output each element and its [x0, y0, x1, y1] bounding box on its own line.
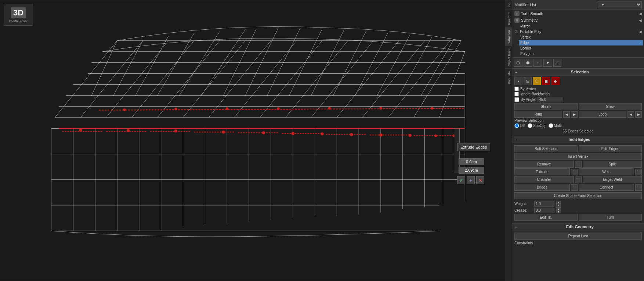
chamfer-settings[interactable]: ⬛: [575, 176, 582, 183]
crease-input[interactable]: [534, 208, 554, 213]
shrink-button[interactable]: Shrink: [514, 103, 578, 110]
toolbar-row: ⬡ ⬢ ↑ ▼ ⊕: [512, 57, 644, 68]
vtab-selection[interactable]: Selection: [505, 28, 512, 46]
vtab-ing[interactable]: ing: [505, 0, 512, 9]
mod-editable-poly[interactable]: ☑ Editable Poly ◀: [513, 29, 643, 34]
remove-button[interactable]: Remove: [514, 161, 574, 168]
add-button[interactable]: +: [467, 176, 475, 184]
mod-symmetry[interactable]: S Symmetry ◀: [513, 17, 643, 23]
repeat-last-button[interactable]: Repeat Last: [514, 233, 642, 240]
selection-toggle-icon: –: [515, 70, 517, 74]
svg-point-95: [226, 108, 228, 110]
turbosmooth-icon: T: [514, 11, 520, 16]
toolbar-btn-3[interactable]: ↑: [533, 59, 542, 67]
weight-input[interactable]: [534, 201, 554, 207]
radio-off-label[interactable]: Off: [514, 123, 525, 128]
radio-off[interactable]: [514, 123, 519, 128]
grow-button[interactable]: Grow: [579, 103, 642, 110]
mod-edge[interactable]: Edge ✓: [519, 40, 643, 45]
extrude-settings[interactable]: ⬛: [571, 169, 578, 175]
mod-polygon[interactable]: Polygon: [519, 51, 643, 56]
split-button[interactable]: Split: [583, 161, 642, 168]
vtab-populate[interactable]: Populate: [505, 69, 512, 87]
ring-arrow-right[interactable]: ▶: [571, 111, 578, 118]
ring-arrow-left[interactable]: ◀: [563, 111, 570, 118]
edit-edges-section-header[interactable]: – Edit Edges: [512, 136, 644, 143]
mod-border[interactable]: Border: [519, 45, 643, 51]
connect-settings[interactable]: ⬛: [635, 184, 642, 191]
create-shape-button[interactable]: Create Shape From Selection: [514, 192, 642, 199]
crease-up[interactable]: ▲: [556, 207, 561, 210]
turn-button[interactable]: Turn: [579, 214, 642, 221]
bridge-button[interactable]: Bridge: [514, 184, 570, 191]
remove-split-row: Remove ⬛ Split: [514, 161, 642, 168]
loop-arrow-left[interactable]: ◀: [627, 111, 634, 118]
mod-turbosmooth[interactable]: T TurboSmooth ◀: [513, 10, 643, 17]
edge-label: Edge: [520, 41, 529, 45]
ignore-backfacing-checkbox[interactable]: [514, 92, 519, 96]
by-angle-input[interactable]: [538, 97, 563, 102]
weld-button[interactable]: Weld: [579, 168, 634, 175]
extrude-button[interactable]: Extrude: [514, 168, 570, 175]
toolbar-btn-5[interactable]: ⊕: [553, 59, 562, 67]
vtab-object-paint[interactable]: Object Paint: [505, 46, 512, 69]
cancel-button[interactable]: ✕: [476, 176, 484, 184]
edit-geom-toggle: –: [515, 225, 517, 229]
sel-icon-vertex[interactable]: •: [514, 77, 522, 85]
crease-down[interactable]: ▼: [556, 210, 561, 213]
logo-brand: HUMSTER3D: [9, 19, 28, 22]
edit-edges-title: Edit Edges: [519, 137, 641, 142]
ring-button[interactable]: Ring: [514, 111, 562, 118]
symmetry-label: Symmetry: [521, 18, 538, 22]
edit-tri-button[interactable]: Edit Tri.: [514, 214, 578, 221]
modifier-dropdown[interactable]: ▼: [598, 1, 642, 8]
soft-selection-button[interactable]: Soft Selection: [514, 145, 578, 152]
radio-multi-label[interactable]: Multi: [549, 123, 562, 128]
loop-button[interactable]: Loop: [579, 111, 626, 118]
extrude-value-1[interactable]: [459, 158, 484, 165]
sel-icon-face[interactable]: ◼: [542, 77, 550, 85]
radio-multi[interactable]: [549, 123, 553, 128]
logo-3d-text: 3D: [11, 7, 26, 18]
insert-vertex-button[interactable]: Insert Vertex: [514, 153, 642, 160]
edges-selected-status: 35 Edges Selected: [514, 129, 642, 133]
vtab-freeform[interactable]: Freeform: [505, 9, 512, 28]
mod-mirror[interactable]: Mirror: [519, 23, 643, 29]
chamfer-button[interactable]: Chamfer: [514, 176, 574, 183]
sel-icon-edge[interactable]: ⊞: [524, 77, 532, 85]
toolbar-btn-2[interactable]: ⬢: [524, 59, 532, 67]
sel-icon-poly[interactable]: ◆: [551, 77, 559, 85]
svg-point-84: [263, 132, 265, 134]
radio-subobj-label[interactable]: SubObj: [528, 123, 545, 128]
target-weld-button[interactable]: Target Weld: [583, 176, 642, 183]
mod-vertex[interactable]: Vertex: [519, 34, 643, 40]
edit-geometry-header[interactable]: – Edit Geometry: [512, 223, 644, 230]
viewport[interactable]: 3D HUMSTER3D: [0, 0, 505, 281]
svg-point-93: [124, 109, 126, 111]
edit-edges-button[interactable]: Edit Edges: [579, 145, 642, 152]
crease-spin: ▲ ▼: [556, 207, 561, 213]
sel-icon-edge-active[interactable]: ⬡: [533, 77, 541, 85]
loop-arrow-right[interactable]: ▶: [635, 111, 642, 118]
by-angle-checkbox[interactable]: [514, 97, 519, 102]
by-vertex-checkbox[interactable]: [514, 87, 519, 91]
radio-subobj[interactable]: [528, 123, 532, 128]
toolbar-btn-1[interactable]: ⬡: [514, 59, 522, 67]
connect-button[interactable]: Connect: [579, 184, 634, 191]
bridge-settings[interactable]: ⬛: [571, 184, 578, 191]
remove-settings[interactable]: ⬛: [575, 161, 582, 168]
confirm-button[interactable]: ✓: [457, 176, 465, 184]
weight-up[interactable]: ▲: [556, 201, 561, 204]
weight-down[interactable]: ▼: [556, 204, 561, 207]
extrude-value-2[interactable]: [459, 167, 484, 174]
right-panel: Modifier List ▼ T TurboSmooth ◀ S Symmet…: [512, 0, 644, 281]
selection-section-header[interactable]: – Selection: [512, 68, 644, 76]
svg-point-86: [321, 133, 323, 135]
edit-edges-toggle: –: [515, 138, 517, 142]
by-angle-label: By Angle:: [521, 98, 536, 102]
svg-point-94: [175, 108, 177, 110]
weld-settings[interactable]: ⬛: [635, 169, 642, 175]
toolbar-btn-4[interactable]: ▼: [543, 59, 552, 67]
svg-point-80: [79, 129, 82, 131]
preview-selection-label: Preview Selection: [514, 118, 642, 123]
